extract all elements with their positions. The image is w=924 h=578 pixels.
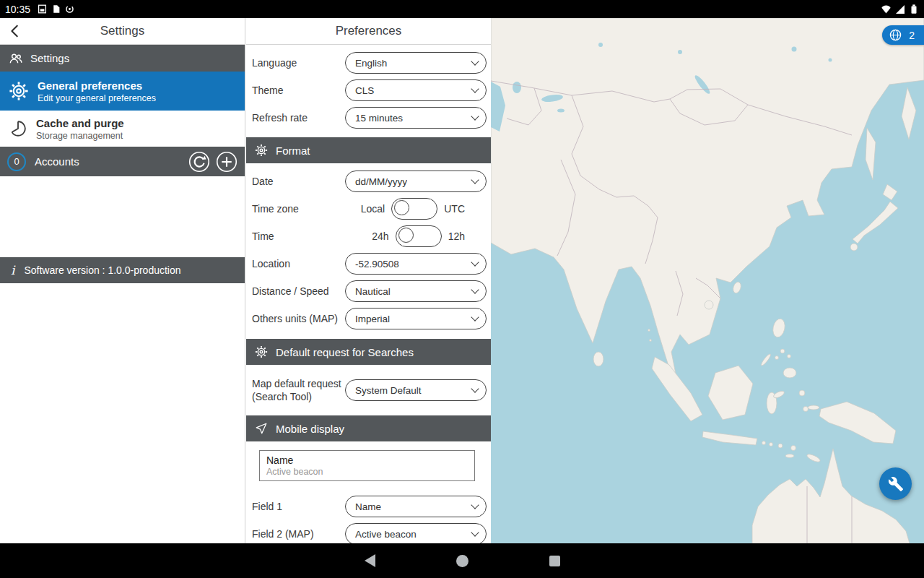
accounts-label: Accounts [35,155,79,168]
date-format-value: dd/MM/yyyy [355,176,407,187]
location-row: Location -52.90508 [246,250,491,277]
nav-back-button[interactable] [365,554,375,567]
language-label: Language [252,57,297,69]
chevron-down-icon [471,85,479,92]
other-units-dropdown[interactable]: Imperial [345,308,487,329]
theme-dropdown[interactable]: CLS [345,79,487,101]
accounts-bar: 0 Accounts [0,147,245,176]
location-format-dropdown[interactable]: -52.90508 [345,253,487,275]
refresh-icon [188,151,210,173]
gear-icon [9,81,29,101]
cache-and-purge-subtitle: Storage management [36,131,124,141]
map-default-request-value: System Default [355,385,422,396]
map-badge-count: 2 [909,30,915,41]
beacon-preview-title: Name [266,454,468,466]
info-icon: i [11,263,14,277]
chevron-down-icon [471,57,479,65]
world-map[interactable] [491,18,924,543]
timezone-toggle[interactable] [391,198,437,220]
toggle-knob [398,228,414,243]
timezone-label: Time zone [252,203,299,215]
pie-chart-icon [9,119,27,138]
search-defaults-section-header: Default request for Searches [246,339,491,365]
theme-value: CLS [355,85,374,96]
language-value: English [355,58,387,69]
sidebar-item-general-preferences[interactable]: General preferences Edit your general pr… [0,72,245,111]
wifi-icon [881,4,892,14]
globe-icon [889,28,902,42]
time-label: Time [252,230,274,242]
android-nav-bar [0,543,924,578]
gear-icon [255,345,268,358]
language-row: Language English [246,49,491,77]
software-version-text: Software version : 1.0.0-production [24,264,180,276]
data-saver-icon [65,4,74,14]
send-icon [255,422,268,435]
settings-header: Settings [0,18,245,45]
distance-speed-row: Distance / Speed Nautical [246,277,491,305]
map-default-request-dropdown[interactable]: System Default [345,379,487,401]
wrench-icon [888,476,904,492]
mobile-display-section-header: Mobile display [246,415,491,441]
gear-icon [255,144,268,157]
nav-home-button[interactable] [456,555,468,567]
toggle-knob [394,200,409,215]
date-format-dropdown[interactable]: dd/MM/yyyy [345,171,487,192]
preferences-header: Preferences [246,18,491,45]
settings-section-label: Settings [30,52,69,64]
software-version-bar: i Software version : 1.0.0-production [0,257,245,283]
beacon-preview-box: Name Active beacon [259,450,475,481]
settings-panel-title: Settings [100,24,144,38]
field1-dropdown[interactable]: Name [345,496,487,517]
field1-value: Name [355,501,381,512]
field1-label: Field 1 [252,501,282,512]
distance-speed-label: Distance / Speed [252,285,329,297]
chevron-left-icon [7,23,23,39]
map-default-request-row: Map default request (Search Tool) System… [246,369,491,411]
sd-card-icon [51,4,61,14]
search-defaults-section-title: Default request for Searches [276,346,414,358]
status-time: 10:35 [5,4,30,15]
other-units-row: Others units (MAP) Imperial [246,305,491,332]
timezone-utc-label: UTC [444,203,465,215]
battery-icon [909,4,919,14]
plus-icon [216,151,237,173]
field2-dropdown[interactable]: Active beacon [345,523,487,543]
map-tools-button[interactable] [879,467,912,500]
map-default-request-label: Map default request (Search Tool) [252,377,344,403]
cellular-icon [895,4,905,14]
language-dropdown[interactable]: English [345,52,487,74]
nav-recents-button[interactable] [549,556,560,566]
location-label: Location [252,258,290,269]
chevron-down-icon [471,176,479,184]
sidebar-item-cache-and-purge[interactable]: Cache and purge Storage management [0,111,245,147]
general-preferences-title: General preferences [38,79,156,92]
refresh-rate-dropdown[interactable]: 15 minutes [345,107,487,129]
chevron-down-icon [471,528,479,536]
map-panel: 2 [491,18,924,543]
time-format-toggle[interactable] [396,225,442,247]
beacon-preview-subtitle: Active beacon [266,467,468,477]
people-icon [9,51,23,66]
refresh-rate-label: Refresh rate [252,112,308,124]
preferences-panel: Preferences Language English Theme CLS R… [246,18,491,543]
settings-section-bar: Settings [0,45,245,72]
cache-and-purge-title: Cache and purge [36,117,124,129]
accounts-count-badge: 0 [7,152,26,171]
status-bar: 10:35 [0,0,924,18]
chevron-down-icon [471,384,479,392]
refresh-accounts-button[interactable] [188,151,210,173]
map-layers-badge[interactable]: 2 [882,25,924,45]
time-24h-label: 24h [372,230,388,242]
mobile-display-section-title: Mobile display [276,423,344,435]
distance-speed-dropdown[interactable]: Nautical [345,280,487,302]
timezone-row: Time zone Local UTC [246,195,491,223]
theme-label: Theme [252,85,284,96]
add-account-button[interactable] [216,151,237,173]
field2-label: Field 2 (MAP) [252,528,314,540]
chevron-down-icon [471,285,479,293]
chevron-down-icon [471,112,479,120]
other-units-label: Others units (MAP) [252,313,338,324]
preferences-panel-title: Preferences [336,24,402,38]
back-button[interactable] [7,23,23,39]
